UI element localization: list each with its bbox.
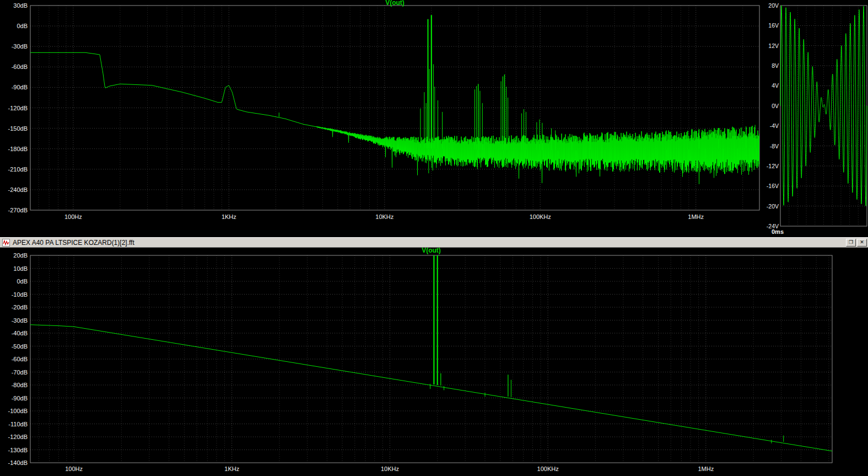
y-tick-label: -90dB (12, 395, 28, 402)
y-tick-label: -60dB (12, 63, 28, 70)
trace-title: V(out) (422, 248, 441, 254)
trace-group (30, 15, 760, 184)
time-domain-plot[interactable]: 20V16V12V8V4V0V-4V-8V-12V-16V-20V-24V0ms (765, 0, 868, 237)
x-tick-label: 1KHz (224, 466, 239, 472)
y-tick-label: -120dB (8, 434, 28, 440)
y-tick-label: -10dB (12, 291, 28, 298)
y-tick-label: 16V (768, 22, 779, 29)
restore-button[interactable]: ❐ (846, 239, 856, 247)
x-tick-label: 1MHz (698, 466, 714, 472)
y-tick-label: -16V (767, 183, 779, 189)
trace-vout (30, 325, 832, 451)
y-axis-labels: 20V16V12V8V4V0V-4V-8V-12V-16V-20V-24V (767, 2, 779, 229)
y-tick-label: -210dB (8, 166, 28, 173)
y-tick-label: -180dB (8, 146, 28, 152)
y-tick-label: -30dB (12, 43, 28, 50)
y-tick-label: -120dB (8, 105, 28, 111)
grid (30, 6, 759, 210)
y-tick-label: 8V (772, 62, 779, 69)
y-tick-label: -30dB (12, 317, 28, 324)
trace-group (30, 255, 832, 451)
y-tick-label: -70dB (12, 369, 28, 376)
window-title-bar[interactable]: APEX A40 PA LTSPICE KOZARD(1)[2].fft ❐ ✕ (0, 237, 868, 248)
trace-vout (30, 52, 760, 184)
y-tick-label: 10dB (13, 265, 28, 272)
x-tick-label: 1KHz (222, 213, 236, 220)
y-tick-label: -90dB (12, 84, 28, 90)
y-tick-label: -80dB (12, 382, 28, 388)
y-tick-label: -4V (770, 122, 779, 129)
y-tick-label: -110dB (8, 421, 28, 427)
y-tick-label: -60dB (12, 356, 28, 362)
y-tick-label: -40dB (12, 330, 28, 336)
x-axis-labels: 100Hz1KHz10KHz100KHz1MHz (64, 213, 704, 220)
y-tick-label: 0dB (17, 278, 28, 285)
y-axis-labels: 20dB10dB0dB-10dB-20dB-30dB-40dB-50dB-60d… (8, 252, 28, 466)
x-tick-label: 100Hz (65, 466, 83, 472)
grid (30, 255, 832, 463)
x-tick-label: 1MHz (688, 213, 704, 220)
fft-pane-top: 30dB0dB-30dB-60dB-90dB-120dB-150dB-180dB… (0, 0, 868, 237)
y-tick-label: -50dB (12, 343, 28, 350)
trace-title: V(out) (385, 0, 405, 7)
y-tick-label: -240dB (8, 186, 28, 193)
y-tick-label: -8V (770, 143, 779, 149)
y-tick-label: 20V (768, 2, 779, 9)
y-tick-label: 12V (768, 42, 779, 49)
y-tick-label: -20V (767, 203, 779, 210)
y-tick-label: 0dB (17, 23, 28, 29)
x-axis-labels: 100Hz1KHz10KHz100KHz1MHz (65, 466, 714, 472)
waveform-icon (2, 239, 10, 247)
y-tick-label: -270dB (8, 207, 28, 213)
x-tick-label: 10KHz (381, 466, 399, 472)
x-tick-label: 100Hz (64, 213, 82, 220)
y-axis-labels: 30dB0dB-30dB-60dB-90dB-120dB-150dB-180dB… (8, 2, 28, 213)
y-tick-label: -20dB (12, 304, 28, 311)
y-tick-label: 4V (772, 82, 779, 89)
x-tick-label: 100KHz (530, 213, 551, 220)
y-tick-label: -130dB (8, 447, 28, 453)
window-title: APEX A40 PA LTSPICE KOZARD(1)[2].fft (13, 239, 134, 247)
window-buttons: ❐ ✕ (845, 239, 867, 247)
top-fft-plot[interactable]: 30dB0dB-30dB-60dB-90dB-120dB-150dB-180dB… (0, 0, 765, 237)
y-tick-label: -100dB (8, 408, 28, 414)
y-tick-label: 30dB (13, 2, 28, 9)
y-tick-label: 20dB (13, 252, 28, 259)
x-tick-label: 0ms (772, 228, 784, 235)
close-button[interactable]: ✕ (857, 239, 867, 247)
bottom-fft-plot[interactable]: 20dB10dB0dB-10dB-20dB-30dB-40dB-50dB-60d… (0, 248, 868, 476)
ltspice-waveform-window: 30dB0dB-30dB-60dB-90dB-120dB-150dB-180dB… (0, 0, 868, 476)
x-tick-label: 100KHz (537, 466, 559, 472)
y-tick-label: -12V (767, 163, 779, 169)
y-tick-label: 0V (772, 103, 779, 109)
x-tick-label: 10KHz (375, 213, 393, 220)
y-tick-label: -140dB (8, 459, 28, 466)
y-tick-label: -150dB (8, 125, 28, 132)
fft-pane-bottom: 20dB10dB0dB-10dB-20dB-30dB-40dB-50dB-60d… (0, 248, 868, 476)
